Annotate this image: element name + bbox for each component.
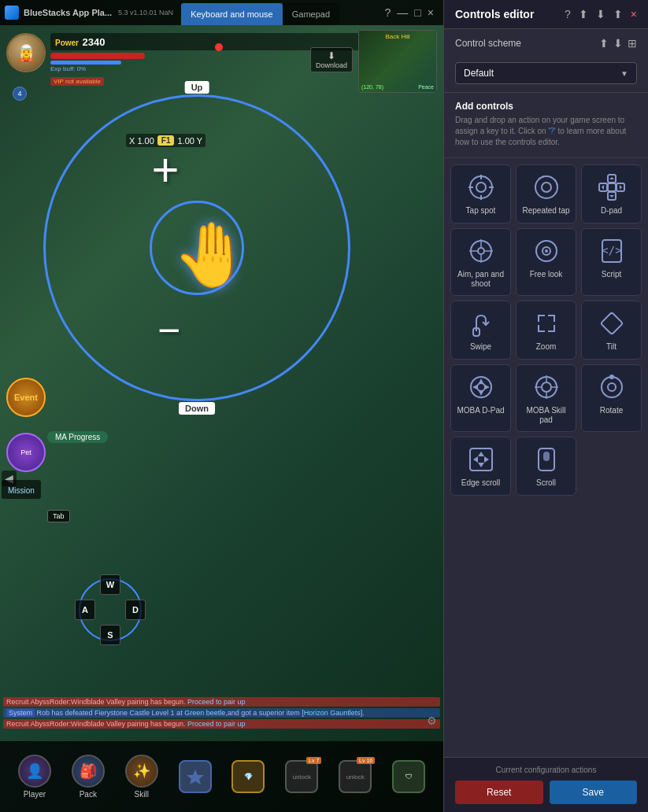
- skill-1-icon: [187, 768, 204, 785]
- footer-buttons: Reset Save: [455, 781, 637, 804]
- repeated-tap-button[interactable]: Repeated tap: [516, 164, 576, 223]
- minimap-coords: (120, 78): [361, 84, 383, 90]
- tab-key-label: Tab: [53, 512, 65, 520]
- d-key: D: [125, 600, 146, 620]
- skill-btn-shield[interactable]: 🛡: [392, 760, 425, 793]
- dpad-button[interactable]: D-pad: [581, 164, 642, 223]
- moba-skill-icon: [532, 373, 561, 401]
- swipe-icon: [467, 309, 495, 338]
- minimap-inner: Back Hill (120, 78) Peace: [359, 31, 436, 92]
- skill-btn-lv7[interactable]: Lv 7 unlock: [285, 760, 318, 793]
- moba-dpad-button[interactable]: MOBA D-Pad: [450, 364, 511, 432]
- svg-point-8: [542, 183, 551, 192]
- controls-close-button[interactable]: ×: [631, 8, 637, 20]
- tap-spot-button[interactable]: Tap spot: [450, 164, 511, 223]
- swipe-button[interactable]: Swipe: [450, 301, 511, 360]
- mission-label: Mission: [8, 486, 35, 495]
- zoom-label: Zoom: [536, 342, 557, 352]
- repeated-tap-icon: [532, 173, 561, 201]
- scheme-section: Control scheme ⬆ ⬇ ⊞ Default ▼: [444, 29, 648, 93]
- controls-row-1: Tap spot Repeated tap: [450, 164, 642, 223]
- record-indicator: [215, 43, 223, 51]
- swipe-label: Swipe: [470, 342, 491, 352]
- rotate-button[interactable]: Rotate: [581, 364, 642, 432]
- skill-icon: ✨: [125, 755, 158, 788]
- coord-x: X 1.00: [129, 136, 154, 146]
- dpad-icon: [598, 173, 626, 201]
- skill-btn-2[interactable]: 💎: [231, 760, 265, 793]
- pet-button[interactable]: Pet: [6, 433, 46, 472]
- scroll-button[interactable]: Scroll: [516, 437, 576, 496]
- moba-skill-button[interactable]: MOBA Skill pad: [516, 364, 576, 432]
- tilt-button[interactable]: Tilt: [581, 301, 642, 360]
- hp-bar: [50, 53, 145, 59]
- skill-btn-1[interactable]: [179, 760, 212, 793]
- svg-rect-30: [600, 312, 622, 334]
- controls-header: Controls editor ? ⬆ ⬇ ⬆ ×: [444, 0, 648, 29]
- scheme-value: Default: [464, 68, 494, 79]
- action-skill[interactable]: ✨ Skill: [125, 755, 158, 799]
- action-bar: 👤 Player 🎒 Pack ✨ Skill 💎 Lv 7 unlock Lv…: [0, 741, 443, 812]
- controls-import-button[interactable]: ⬆: [579, 8, 588, 20]
- tap-spot-icon: [467, 173, 495, 201]
- svg-rect-13: [608, 183, 616, 191]
- window-controls: ? — □ ×: [385, 6, 443, 19]
- controls-help-button[interactable]: ?: [565, 8, 571, 20]
- skill-label: Skill: [135, 790, 149, 799]
- chevron-down-icon: ▼: [620, 69, 628, 78]
- action-player[interactable]: 👤 Player: [18, 755, 51, 799]
- controls-share-button[interactable]: ⬆: [613, 8, 623, 20]
- app-name: BlueStacks App Pla...: [24, 8, 112, 17]
- svg-point-38: [542, 382, 551, 392]
- pet-label: Pet: [20, 448, 31, 456]
- mission-panel: Mission: [2, 480, 41, 499]
- f1-badge: F1: [157, 135, 175, 146]
- svg-rect-52: [543, 452, 550, 461]
- help-icon[interactable]: ?: [385, 6, 391, 19]
- skill-lv7-label: Lv 7: [306, 757, 321, 764]
- ma-progress-bar: MA Progress: [47, 431, 108, 443]
- repeated-tap-label: Repeated tap: [522, 206, 569, 216]
- scheme-download-button[interactable]: ⬇: [613, 37, 623, 50]
- event-button[interactable]: Event: [6, 378, 46, 417]
- reset-button[interactable]: Reset: [455, 781, 543, 804]
- moba-skill-label: MOBA Skill pad: [521, 406, 571, 425]
- chat-line-3: Recruit AbyssRoder:Windblade Valley pair…: [3, 719, 440, 729]
- rotate-icon: [598, 373, 626, 401]
- skill-btn-lv16[interactable]: Lv 16 unlock: [339, 760, 372, 793]
- minimap: Back Hill (120, 78) Peace: [358, 30, 437, 93]
- zoom-icon: [532, 309, 561, 338]
- script-icon: </>: [598, 237, 626, 265]
- hand-icon: 🤚: [172, 218, 251, 292]
- controls-export-button[interactable]: ⬇: [596, 8, 605, 20]
- tab-key-badge: Tab: [47, 510, 70, 522]
- script-button[interactable]: </> Script: [581, 228, 642, 296]
- rotate-label: Rotate: [600, 406, 623, 415]
- tab-gamepad[interactable]: Gamepad: [283, 3, 339, 25]
- avatar: 🧝: [6, 33, 46, 72]
- scheme-dropdown[interactable]: Default ▼: [455, 62, 637, 84]
- download-button[interactable]: ⬇ Download: [310, 47, 353, 72]
- settings-button[interactable]: ⚙: [427, 714, 437, 727]
- svg-point-32: [477, 383, 485, 391]
- controls-grid: Tap spot Repeated tap: [444, 158, 648, 757]
- add-controls-section: Add controls Drag and drop an action on …: [444, 93, 648, 158]
- svg-marker-34: [479, 391, 483, 396]
- save-button[interactable]: Save: [550, 781, 638, 804]
- action-pack[interactable]: 🎒 Pack: [72, 755, 105, 799]
- game-area: BlueStacks App Pla... 5.3 v1.10.01 NaN K…: [0, 0, 443, 812]
- maximize-icon[interactable]: □: [414, 6, 420, 19]
- svg-point-26: [545, 249, 548, 253]
- aim-pan-shoot-button[interactable]: Aim, pan and shoot: [450, 228, 511, 296]
- scheme-upload-button[interactable]: ⬆: [599, 37, 609, 50]
- scheme-add-button[interactable]: ⊞: [628, 37, 637, 50]
- free-look-button[interactable]: Free look: [516, 228, 576, 296]
- zoom-button[interactable]: Zoom: [516, 301, 576, 360]
- close-icon[interactable]: ×: [428, 6, 434, 19]
- svg-point-43: [602, 377, 622, 397]
- edge-scroll-button[interactable]: Edge scroll: [450, 437, 511, 496]
- svg-marker-16: [602, 185, 604, 190]
- tab-keyboard[interactable]: Keyboard and mouse: [181, 3, 283, 25]
- minimize-icon[interactable]: —: [397, 6, 408, 19]
- download-icon: ⬇: [316, 50, 347, 61]
